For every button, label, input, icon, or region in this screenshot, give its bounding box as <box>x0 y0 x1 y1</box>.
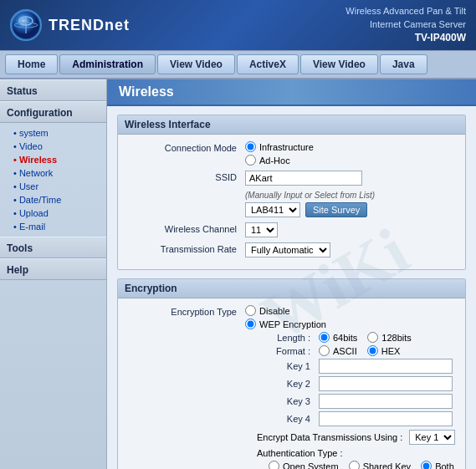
format-label: Format : <box>257 346 315 356</box>
key1-input[interactable] <box>319 359 453 374</box>
mode-adhoc-radio[interactable] <box>245 155 256 166</box>
sidebar-item-email[interactable]: E-mail <box>0 220 106 233</box>
mode-adhoc-row: Ad-Hoc <box>245 155 314 166</box>
page-title: Wireless <box>107 79 476 106</box>
sidebar-item-datetime[interactable]: Date/Time <box>0 193 106 206</box>
product-line1: Wireless Advanced Pan & Tilt <box>345 5 466 18</box>
enc-disable-row: Disable <box>245 305 455 316</box>
auth-shared-radio[interactable] <box>349 461 360 469</box>
sidebar-section-tools: Tools <box>0 237 106 258</box>
ssid-dropdown[interactable]: LAB411 <box>245 202 300 217</box>
product-info: Wireless Advanced Pan & Tilt Internet Ca… <box>345 5 466 45</box>
nav-view-video-1[interactable]: View Video <box>157 54 235 74</box>
connection-mode-row: Connection Mode Infrastructure Ad-Hoc <box>128 141 455 166</box>
wireless-interface-section: Wireless Interface Connection Mode Infra… <box>117 115 466 270</box>
ssid-note: (Manually Input or Select from List) <box>245 191 375 200</box>
key4-input[interactable] <box>319 411 453 426</box>
encryption-section: Encryption Encryption Type Disable <box>117 278 466 469</box>
sidebar-item-upload[interactable]: Upload <box>0 206 106 220</box>
nav-view-video-2[interactable]: View Video <box>300 54 378 74</box>
auth-type-label: Authentication Type : <box>257 448 343 458</box>
sidebar-section-help: Help <box>0 258 106 280</box>
enc-type-controls: Disable WEP Encryption Length : <box>245 305 455 469</box>
auth-both-label: Both <box>435 461 454 470</box>
length-64-radio[interactable] <box>319 332 330 343</box>
auth-open-radio[interactable] <box>269 461 279 469</box>
format-row: Format : ASCII HEX <box>257 345 455 356</box>
sidebar-config-items: system Video Wireless Network User Date/… <box>0 123 106 237</box>
product-model: TV-IP400W <box>345 31 466 45</box>
rate-row: Transmission Rate Fully Automatic <box>128 242 455 257</box>
enc-wep-radio[interactable] <box>245 319 256 329</box>
auth-type-row: Authentication Type : <box>257 448 455 458</box>
auth-shared-label: Shared Key <box>363 461 411 470</box>
mode-infrastructure-label: Infrastructure <box>259 142 314 152</box>
enc-type-row: Encryption Type Disable WEP Encryption <box>128 305 455 469</box>
site-survey-button[interactable]: Site Survey <box>305 202 367 217</box>
enc-type-label: Encryption Type <box>128 305 245 317</box>
nav-java[interactable]: Java <box>380 54 427 74</box>
mode-adhoc-label: Ad-Hoc <box>259 155 290 166</box>
header: TRENDnet Wireless Advanced Pan & Tilt In… <box>0 0 476 50</box>
content-area: WiKi Wireless Wireless Interface Connect… <box>107 79 476 469</box>
rate-label: Transmission Rate <box>128 242 245 254</box>
key2-label: Key 2 <box>257 379 315 389</box>
encryption-content: Encryption Type Disable WEP Encryption <box>118 298 465 469</box>
connection-mode-label: Connection Mode <box>128 141 245 153</box>
nav-administration[interactable]: Administration <box>59 54 156 74</box>
enc-disable-radio[interactable] <box>245 305 256 316</box>
encrypt-using-select[interactable]: Key 1 <box>409 430 455 445</box>
key1-label: Key 1 <box>257 361 315 371</box>
encrypt-using-label: Encrypt Data Transmissions Using : <box>257 432 402 442</box>
length-row: Length : 64bits 128bits <box>257 332 455 343</box>
navbar: Home Administration View Video ActiveX V… <box>0 50 476 79</box>
wep-sub-options: Length : 64bits 128bits Format : <box>257 332 455 469</box>
key2-input[interactable] <box>319 376 453 391</box>
length-128-radio[interactable] <box>367 332 378 343</box>
nav-activex[interactable]: ActiveX <box>237 54 299 74</box>
channel-select[interactable]: 11 <box>245 222 278 237</box>
key3-label: Key 3 <box>257 396 315 406</box>
length-label: Length : <box>257 333 315 343</box>
logo-icon <box>10 9 42 41</box>
wireless-interface-content: Connection Mode Infrastructure Ad-Hoc <box>118 135 465 269</box>
enc-wep-label: WEP Encryption <box>259 319 326 329</box>
sidebar-item-user[interactable]: User <box>0 180 106 193</box>
ssid-input[interactable] <box>245 171 362 186</box>
connection-mode-controls: Infrastructure Ad-Hoc <box>245 141 314 166</box>
ssid-dropdown-row: LAB411 Site Survey <box>245 202 455 217</box>
sidebar: Status Configuration system Video Wirele… <box>0 79 107 469</box>
mode-infrastructure-row: Infrastructure <box>245 141 314 152</box>
auth-both-radio[interactable] <box>421 461 432 469</box>
sidebar-item-network[interactable]: Network <box>0 166 106 180</box>
channel-label: Wireless Channel <box>128 222 245 234</box>
enc-disable-label: Disable <box>259 306 290 316</box>
sidebar-item-video[interactable]: Video <box>0 140 106 153</box>
key4-row: Key 4 <box>257 411 455 426</box>
channel-control: 11 <box>245 222 278 237</box>
mode-infrastructure-radio[interactable] <box>245 141 256 152</box>
sidebar-item-system[interactable]: system <box>0 126 106 140</box>
nav-home[interactable]: Home <box>5 54 58 74</box>
rate-select[interactable]: Fully Automatic <box>245 242 330 257</box>
content-body: Wireless Interface Connection Mode Infra… <box>107 106 476 469</box>
length-64-label: 64bits <box>333 333 357 343</box>
key3-input[interactable] <box>319 394 453 409</box>
rate-control: Fully Automatic <box>245 242 330 257</box>
length-128-label: 128bits <box>381 333 411 343</box>
auth-open-label: Open System <box>283 461 339 470</box>
encryption-header: Encryption <box>118 279 465 298</box>
channel-row: Wireless Channel 11 <box>128 222 455 237</box>
ssid-label: SSID <box>128 171 245 182</box>
sidebar-item-wireless[interactable]: Wireless <box>0 153 106 166</box>
format-hex-radio[interactable] <box>367 345 378 356</box>
format-ascii-radio[interactable] <box>319 345 330 356</box>
key1-row: Key 1 <box>257 359 455 374</box>
logo-area: TRENDnet <box>10 9 130 41</box>
key4-label: Key 4 <box>257 414 315 424</box>
ssid-input-row: (Manually Input or Select from List) <box>245 171 455 200</box>
format-hex-label: HEX <box>381 346 401 356</box>
product-line2: Internet Camera Server <box>345 18 466 31</box>
main-layout: Status Configuration system Video Wirele… <box>0 79 476 469</box>
ssid-row: SSID (Manually Input or Select from List… <box>128 171 455 217</box>
